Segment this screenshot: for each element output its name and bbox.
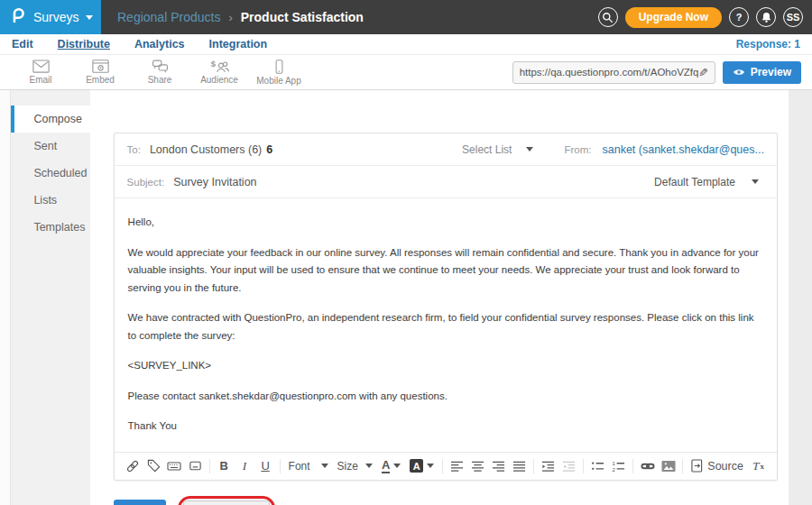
align-justify-button[interactable] bbox=[509, 455, 530, 477]
channel-label: Embed bbox=[86, 75, 115, 85]
tab-edit[interactable]: Edit bbox=[12, 38, 33, 50]
sidebar-item-templates[interactable]: Templates bbox=[11, 214, 89, 241]
from-value[interactable]: sanket (sanket.shekdar@ques... bbox=[602, 143, 763, 156]
sidebar-item-lists[interactable]: Lists bbox=[11, 187, 89, 214]
toolbar-divider bbox=[442, 459, 443, 473]
survey-link-group: ✎ Preview bbox=[512, 61, 801, 84]
align-center-button[interactable] bbox=[467, 455, 488, 477]
source-icon bbox=[691, 459, 703, 473]
schedule-annotation-highlight: Schedule bbox=[178, 496, 275, 505]
channel-share[interactable]: Share bbox=[130, 60, 189, 85]
email-body-editor[interactable]: Hello, We would appreciate your feedback… bbox=[115, 198, 777, 452]
channel-mobile-app[interactable]: Mobile App bbox=[249, 60, 309, 86]
button-icon bbox=[189, 459, 202, 473]
to-recipient-count: 6 bbox=[266, 143, 272, 156]
insert-image-button[interactable] bbox=[658, 455, 678, 477]
bg-color-button[interactable]: A bbox=[405, 459, 438, 473]
align-right-button[interactable] bbox=[488, 455, 509, 477]
align-right-icon bbox=[492, 460, 505, 473]
chevron-down-icon bbox=[526, 147, 533, 152]
edit-url-icon[interactable]: ✎ bbox=[698, 67, 708, 78]
compose-actions: Send Schedule bbox=[114, 496, 778, 505]
notifications-button[interactable] bbox=[756, 7, 776, 27]
eye-icon bbox=[733, 68, 745, 77]
upgrade-now-button[interactable]: Upgrade Now bbox=[625, 7, 722, 28]
subject-value[interactable]: Survey Invitation bbox=[173, 176, 256, 188]
avatar[interactable]: SS bbox=[783, 7, 803, 27]
channel-label: Email bbox=[29, 75, 51, 85]
align-left-button[interactable] bbox=[447, 455, 467, 477]
chevron-down-icon bbox=[427, 464, 434, 468]
bullet-list-icon bbox=[591, 460, 604, 473]
font-dropdown[interactable]: Font bbox=[284, 460, 333, 473]
remove-format-t: T bbox=[752, 459, 760, 473]
toolbar-divider bbox=[209, 459, 210, 473]
channel-audience[interactable]: $ Audience bbox=[189, 60, 249, 85]
send-button[interactable]: Send bbox=[114, 500, 167, 505]
tag-button[interactable] bbox=[143, 455, 164, 477]
mobile-app-icon bbox=[274, 60, 284, 74]
sidebar-item-sent[interactable]: Sent bbox=[11, 133, 89, 160]
indent-icon bbox=[541, 460, 555, 473]
channel-label: Mobile App bbox=[256, 76, 300, 86]
breadcrumb-separator-icon: › bbox=[228, 11, 232, 24]
help-button[interactable]: ? bbox=[729, 7, 749, 27]
tab-analytics[interactable]: Analytics bbox=[134, 38, 185, 50]
audience-icon: $ bbox=[210, 60, 229, 73]
remove-format-button[interactable]: Tx bbox=[748, 455, 769, 477]
channel-label: Audience bbox=[200, 75, 238, 85]
channel-email[interactable]: Email bbox=[11, 60, 70, 85]
text-color-button[interactable]: A bbox=[377, 459, 405, 473]
body-paragraph: <SURVEY_LINK> bbox=[128, 357, 763, 375]
hyperlink-icon bbox=[641, 459, 655, 473]
select-list-dropdown[interactable]: Select List bbox=[462, 143, 533, 156]
preview-button[interactable]: Preview bbox=[723, 61, 801, 84]
chevron-down-icon bbox=[86, 15, 93, 20]
bell-icon bbox=[761, 12, 772, 23]
italic-button[interactable]: I bbox=[235, 455, 255, 477]
to-value[interactable]: London Customers (6) bbox=[150, 143, 262, 156]
chevron-down-icon bbox=[365, 464, 373, 468]
image-icon bbox=[661, 460, 676, 473]
merge-field-button[interactable] bbox=[164, 455, 185, 477]
subject-row: Subject: Survey Invitation Default Templ… bbox=[115, 166, 777, 198]
search-button[interactable] bbox=[598, 7, 618, 27]
survey-url-box: ✎ bbox=[512, 61, 715, 84]
numbered-list-icon: 1 2 bbox=[612, 460, 625, 473]
size-dropdown[interactable]: Size bbox=[333, 460, 377, 473]
indent-button[interactable] bbox=[538, 455, 558, 477]
select-list-label: Select List bbox=[462, 143, 512, 156]
survey-url-input[interactable] bbox=[520, 67, 698, 78]
body-paragraph: We have contracted with QuestionPro, an … bbox=[128, 309, 763, 344]
sidebar-item-scheduled[interactable]: Scheduled bbox=[11, 160, 89, 187]
chevron-down-icon bbox=[393, 464, 401, 468]
surveys-product-switcher[interactable]: Surveys bbox=[0, 0, 101, 34]
button-insert-button[interactable] bbox=[185, 455, 206, 477]
template-dropdown[interactable]: Default Template bbox=[654, 176, 764, 188]
sidebar-item-compose[interactable]: Compose bbox=[11, 106, 89, 133]
schedule-button[interactable]: Schedule bbox=[183, 500, 270, 505]
survey-nav-tabs: Edit Distribute Analytics Integration Re… bbox=[0, 34, 812, 55]
source-label: Source bbox=[707, 460, 743, 473]
outdent-button[interactable] bbox=[558, 455, 579, 477]
align-center-icon bbox=[471, 460, 484, 473]
tab-integration[interactable]: Integration bbox=[209, 38, 268, 50]
tab-distribute[interactable]: Distribute bbox=[58, 38, 110, 50]
response-count[interactable]: Response: 1 bbox=[736, 38, 800, 50]
numbered-list-button[interactable]: 1 2 bbox=[608, 455, 629, 477]
toolbar-divider bbox=[632, 459, 633, 473]
keyboard-icon bbox=[167, 459, 181, 473]
channel-embed[interactable]: Embed bbox=[70, 60, 130, 85]
toolbar-divider bbox=[280, 459, 281, 473]
source-button[interactable]: Source bbox=[687, 459, 748, 473]
bold-button[interactable]: B bbox=[214, 455, 235, 477]
bullet-list-button[interactable] bbox=[587, 455, 608, 477]
breadcrumb-parent[interactable]: Regional Products bbox=[117, 10, 220, 24]
hyperlink-button[interactable] bbox=[637, 455, 658, 477]
body-paragraph: Hello, bbox=[128, 214, 763, 232]
preview-label: Preview bbox=[751, 66, 791, 78]
link-button[interactable] bbox=[123, 455, 143, 477]
left-gutter bbox=[0, 90, 10, 505]
toolbar-divider bbox=[682, 459, 683, 473]
underline-button[interactable]: U bbox=[255, 455, 276, 477]
